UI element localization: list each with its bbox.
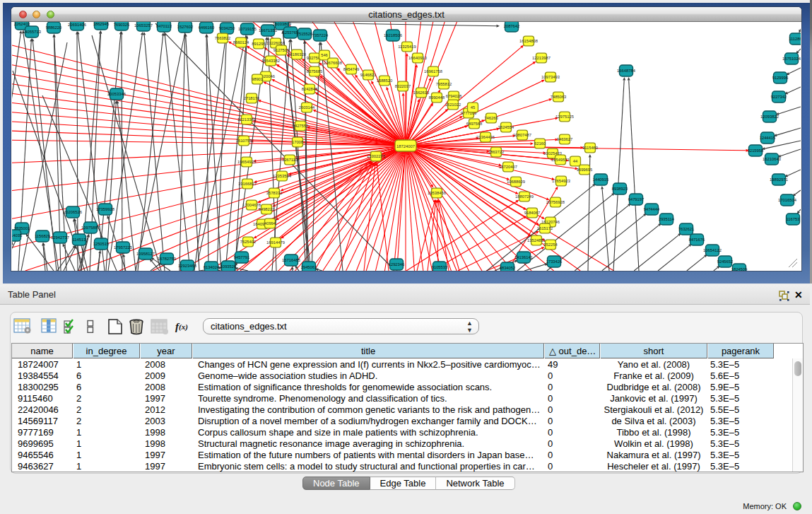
- svg-text:2603144: 2603144: [299, 105, 315, 110]
- svg-text:12353594: 12353594: [273, 174, 292, 178]
- svg-text:40994: 40994: [264, 221, 276, 226]
- svg-text:8322037: 8322037: [395, 84, 411, 88]
- svg-text:15751024: 15751024: [782, 57, 801, 61]
- svg-text:17008: 17008: [292, 140, 303, 144]
- svg-text:13524851: 13524851: [527, 238, 546, 243]
- svg-text:9129996: 9129996: [772, 76, 789, 80]
- svg-text:16914479: 16914479: [266, 240, 285, 245]
- svg-text:12093822: 12093822: [760, 115, 779, 119]
- svg-text:15720407: 15720407: [499, 165, 517, 169]
- svg-text:19218506: 19218506: [384, 33, 402, 37]
- svg-text:252254: 252254: [543, 243, 558, 247]
- svg-text:1292346: 1292346: [389, 262, 405, 267]
- svg-text:3624554: 3624554: [498, 125, 514, 129]
- svg-text:10688609: 10688609: [507, 180, 525, 184]
- svg-text:1588520: 1588520: [377, 78, 393, 83]
- svg-text:9034250: 9034250: [219, 26, 235, 30]
- svg-text:9699695: 9699695: [577, 168, 593, 172]
- svg-text:7632621: 7632621: [678, 227, 695, 231]
- svg-text:6497568: 6497568: [466, 122, 483, 126]
- svg-text:8134024: 8134024: [204, 265, 220, 269]
- svg-text:19166827: 19166827: [238, 182, 257, 186]
- svg-text:16782759: 16782759: [158, 257, 176, 261]
- svg-text:9127509: 9127509: [273, 48, 290, 52]
- svg-text:9105533: 9105533: [432, 265, 448, 269]
- svg-text:9463627: 9463627: [557, 137, 573, 141]
- svg-text:11325419: 11325419: [398, 45, 416, 49]
- svg-text:1862945: 1862945: [93, 22, 110, 26]
- svg-text:9184067: 9184067: [524, 211, 541, 215]
- svg-text:1156829: 1156829: [35, 234, 50, 238]
- svg-text:7357224: 7357224: [312, 33, 329, 37]
- svg-text:12923468: 12923468: [178, 264, 196, 268]
- svg-text:8660124: 8660124: [233, 40, 249, 45]
- svg-text:20756928: 20756928: [546, 200, 565, 204]
- svg-text:14136141: 14136141: [514, 255, 533, 259]
- svg-text:116753: 116753: [787, 217, 800, 221]
- svg-text:6466160: 6466160: [199, 25, 215, 30]
- svg-text:12213389: 12213389: [237, 117, 256, 122]
- svg-text:44: 44: [573, 159, 578, 163]
- svg-text:19538456: 19538456: [428, 191, 446, 195]
- svg-text:9115460: 9115460: [582, 146, 598, 150]
- svg-text:10654122: 10654122: [703, 248, 722, 252]
- svg-text:16154808: 16154808: [519, 39, 538, 43]
- svg-text:18186328: 18186328: [288, 52, 306, 57]
- svg-text:8834052: 8834052: [500, 266, 516, 270]
- svg-text:(x): (x): [179, 322, 188, 332]
- svg-text:16640910: 16640910: [408, 56, 427, 60]
- svg-text:20206526: 20206526: [64, 210, 82, 214]
- svg-text:1824509: 1824509: [731, 267, 748, 271]
- svg-text:10973493: 10973493: [541, 75, 560, 79]
- svg-text:14055713: 14055713: [23, 30, 41, 34]
- svg-text:20053346: 20053346: [107, 92, 126, 96]
- svg-text:16961758: 16961758: [424, 69, 442, 74]
- svg-text:12975125: 12975125: [555, 115, 574, 119]
- svg-text:98901: 98901: [252, 77, 263, 81]
- svg-text:6794028: 6794028: [446, 94, 462, 98]
- svg-text:16033809: 16033809: [273, 22, 291, 26]
- svg-text:1610755: 1610755: [236, 139, 252, 143]
- svg-text:16210643: 16210643: [763, 157, 781, 161]
- svg-text:7955812: 7955812: [436, 82, 452, 86]
- svg-text:10807487: 10807487: [513, 133, 531, 137]
- svg-text:18724007: 18724007: [396, 144, 415, 148]
- svg-text:20691406: 20691406: [68, 23, 86, 27]
- svg-text:9245652: 9245652: [717, 259, 734, 264]
- svg-text:10719155: 10719155: [238, 27, 257, 31]
- svg-text:45: 45: [471, 105, 475, 110]
- svg-text:1527602: 1527602: [177, 25, 194, 29]
- svg-text:1112864: 1112864: [789, 37, 801, 41]
- svg-text:1244415: 1244415: [760, 136, 776, 140]
- svg-text:5498222: 5498222: [259, 207, 275, 211]
- svg-text:114513: 114513: [73, 238, 86, 242]
- svg-text:3267110: 3267110: [282, 158, 298, 162]
- svg-text:12213987: 12213987: [532, 56, 551, 60]
- svg-text:8454749: 8454749: [343, 67, 360, 71]
- svg-text:1093526: 1093526: [220, 264, 237, 269]
- svg-text:17016504: 17016504: [778, 198, 797, 202]
- svg-text:17957225: 17957225: [114, 245, 132, 250]
- svg-text:3578332: 3578332: [266, 191, 283, 195]
- svg-text:7515526: 7515526: [297, 32, 313, 36]
- svg-text:16648784: 16648784: [617, 69, 636, 73]
- svg-text:12549571: 12549571: [551, 158, 570, 162]
- svg-text:2945061: 2945061: [301, 265, 317, 269]
- svg-text:6479197: 6479197: [628, 197, 645, 201]
- svg-text:2087642: 2087642: [504, 24, 520, 28]
- svg-text:2935114: 2935114: [659, 217, 675, 221]
- svg-text:9146821: 9146821: [360, 73, 377, 77]
- svg-text:8990448: 8990448: [429, 95, 445, 100]
- svg-text:8427552: 8427552: [293, 124, 309, 128]
- svg-text:7625402: 7625402: [240, 240, 257, 244]
- svg-text:8375685: 8375685: [307, 69, 323, 74]
- svg-text:3215958: 3215958: [748, 148, 764, 153]
- svg-text:10975887: 10975887: [81, 226, 100, 230]
- svg-text:15716485: 15716485: [282, 258, 300, 262]
- svg-text:15302273: 15302273: [367, 154, 385, 158]
- svg-text:7663822: 7663822: [215, 36, 231, 40]
- svg-text:1621022: 1621022: [445, 103, 461, 107]
- svg-text:8471676: 8471676: [689, 238, 705, 242]
- svg-text:9914035: 9914035: [12, 233, 22, 238]
- svg-text:546: 546: [321, 53, 328, 57]
